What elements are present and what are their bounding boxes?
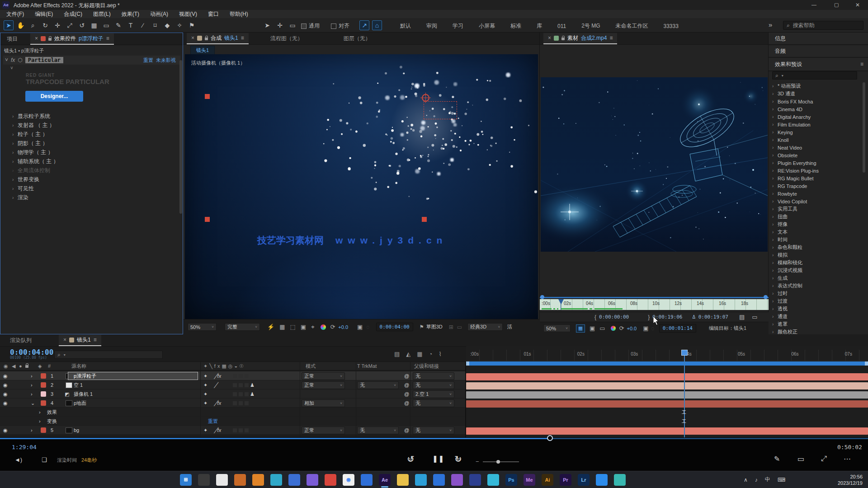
- layer-handle-top-left[interactable]: [205, 94, 210, 99]
- effect-group-8[interactable]: ›可见性: [0, 184, 194, 193]
- tray-icon-3[interactable]: ⌨: [778, 477, 785, 483]
- tab-project[interactable]: 项目: [7, 35, 18, 43]
- transform-reset-link[interactable]: 重置: [208, 417, 218, 426]
- close-tab-icon[interactable]: ×: [63, 337, 66, 343]
- layer-color-chip[interactable]: [41, 371, 46, 380]
- resolution-dropdown[interactable]: 完整˅: [225, 323, 260, 331]
- expand-icon[interactable]: ›: [31, 371, 33, 380]
- show-snapshot-icon[interactable]: ◌: [651, 325, 655, 332]
- workspace-7[interactable]: 2号 MG: [581, 22, 600, 30]
- app-media-encoder[interactable]: Me: [524, 474, 535, 486]
- work-area-end-handle[interactable]: [865, 361, 868, 366]
- app-dark[interactable]: [198, 474, 210, 486]
- forward-30-button[interactable]: ↻30: [454, 454, 460, 465]
- tab-render-queue[interactable]: 渲染队列: [10, 337, 32, 344]
- effect-category-16[interactable]: ›实用工具: [769, 205, 862, 213]
- layer-bar-4[interactable]: [466, 400, 868, 408]
- layer-handle-bottom-center[interactable]: [422, 217, 427, 222]
- maximize-button[interactable]: ▢: [834, 2, 839, 8]
- lock-icon[interactable]: [48, 38, 52, 41]
- effect-category-9[interactable]: ›Obsolete: [769, 151, 862, 159]
- zoom-tool[interactable]: ⌕: [28, 20, 38, 30]
- axis-box-icon[interactable]: ▭: [288, 20, 297, 30]
- layer-color-chip[interactable]: [41, 399, 46, 408]
- app-photoshop[interactable]: Ps: [505, 474, 517, 486]
- effect-category-10[interactable]: ›Plugin Everything: [769, 159, 862, 167]
- snap-arrow-icon[interactable]: ↗: [359, 20, 369, 30]
- puppet-pin-tool[interactable]: ⚑: [187, 20, 197, 30]
- effect-group-7[interactable]: ›世界变换: [0, 175, 194, 184]
- preview-window-icon[interactable]: ▭: [457, 324, 462, 330]
- rotation-tool[interactable]: ↺: [77, 20, 87, 30]
- panel-menu-icon[interactable]: ≡: [241, 35, 244, 41]
- close-tab-icon[interactable]: ×: [35, 35, 38, 42]
- workspace-0[interactable]: 默认: [400, 22, 411, 30]
- playhead-handle[interactable]: [681, 350, 688, 356]
- layer-bar-3[interactable]: [466, 391, 868, 399]
- app-folder[interactable]: [397, 474, 409, 486]
- hand-tool[interactable]: ✋: [16, 20, 26, 30]
- close-tab-icon[interactable]: ×: [548, 35, 551, 41]
- mode-dropdown[interactable]: 正常˅: [302, 426, 345, 435]
- transparency-grid-icon[interactable]: ⊞: [449, 324, 453, 330]
- effect-category-0[interactable]: ›* 动画预设: [769, 82, 862, 90]
- tab-flowchart[interactable]: 流程图（无）: [270, 35, 303, 42]
- reset-exposure-icon[interactable]: ⟳: [619, 325, 624, 331]
- parent-pickwhip-icon[interactable]: @: [404, 426, 409, 435]
- snap-home-icon[interactable]: ⌂: [372, 20, 382, 30]
- quality-switch-icon[interactable]: ✦: [203, 371, 208, 380]
- workspace-overflow[interactable]: »: [769, 21, 772, 28]
- effect-category-2[interactable]: ›Boris FX Mocha: [769, 98, 862, 105]
- layer-handle-bottom-left[interactable]: [205, 217, 210, 222]
- selection-tool[interactable]: ➤: [4, 20, 14, 30]
- magnification-dropdown[interactable]: 50%˅: [188, 323, 217, 331]
- mode-column[interactable]: 模式: [306, 363, 316, 370]
- work-area-bar[interactable]: [466, 361, 868, 366]
- app-premiere[interactable]: Pr: [560, 474, 571, 486]
- panel-menu-icon[interactable]: ≡: [860, 61, 863, 67]
- current-time-display[interactable]: 0:00:01:14: [659, 324, 696, 333]
- effect-category-20[interactable]: ›时间: [769, 236, 862, 244]
- tab-footage[interactable]: × 素材 合成2.mp4 ≡: [543, 33, 617, 44]
- camera-tool[interactable]: ▦: [89, 20, 99, 30]
- app-edge[interactable]: [415, 474, 427, 486]
- effect-category-24[interactable]: ›沉浸式视频: [769, 267, 862, 274]
- panel-menu-icon[interactable]: ≡: [94, 337, 97, 343]
- clone-stamp-tool[interactable]: ⌑: [150, 20, 160, 30]
- edit-icon[interactable]: ✎: [774, 455, 780, 463]
- tray-icon-2[interactable]: 中: [765, 476, 770, 483]
- collapse-icon[interactable]: ˅: [5, 57, 8, 63]
- brush-tool[interactable]: ∕: [138, 20, 148, 30]
- taskbar-clock[interactable]: 20:56 2023/12/19: [831, 474, 863, 487]
- timeline-search-box[interactable]: ⌕▾: [54, 351, 163, 359]
- mode-dropdown[interactable]: 正常˅: [302, 371, 345, 380]
- guides-icon[interactable]: ⌖: [311, 324, 314, 330]
- eye-icon[interactable]: ◉: [3, 399, 8, 408]
- parent-pickwhip-icon[interactable]: @: [404, 371, 409, 380]
- app-red[interactable]: [325, 474, 336, 486]
- app-illustrator[interactable]: Ai: [542, 474, 553, 486]
- magnification-dropdown[interactable]: 50%˅: [543, 324, 571, 332]
- property-group-row-效果[interactable]: ›效果: [0, 408, 466, 417]
- color-wheel-icon[interactable]: [321, 324, 326, 330]
- mode-dropdown[interactable]: 正常˅: [302, 380, 345, 389]
- volume-slider[interactable]: −: [476, 458, 519, 465]
- exposure-value[interactable]: +0.0: [338, 324, 348, 330]
- eraser-tool[interactable]: ◆: [162, 20, 172, 30]
- layer-bar-5[interactable]: [466, 427, 868, 435]
- draft3d-icon[interactable]: ◭: [406, 351, 410, 357]
- effect-category-25[interactable]: ›生成: [769, 274, 862, 282]
- scrollbar[interactable]: [179, 60, 182, 214]
- app-blue3[interactable]: [596, 474, 608, 486]
- align-toggle[interactable]: 对齐: [331, 22, 349, 30]
- footage-preview[interactable]: [541, 77, 768, 252]
- effect-name[interactable]: Particular: [25, 57, 63, 63]
- progress-handle[interactable]: [547, 435, 553, 441]
- effect-category-22[interactable]: ›模拟: [769, 251, 862, 259]
- lock-icon[interactable]: [561, 38, 565, 40]
- windows-start[interactable]: ⊞: [180, 474, 192, 486]
- layer-bar-1[interactable]: [466, 373, 868, 380]
- effect-reset-link[interactable]: 重置: [143, 57, 153, 64]
- info-panel-header[interactable]: 信息: [769, 33, 868, 45]
- effect-group-5[interactable]: ›辅助系统（ 主 ）: [0, 157, 194, 166]
